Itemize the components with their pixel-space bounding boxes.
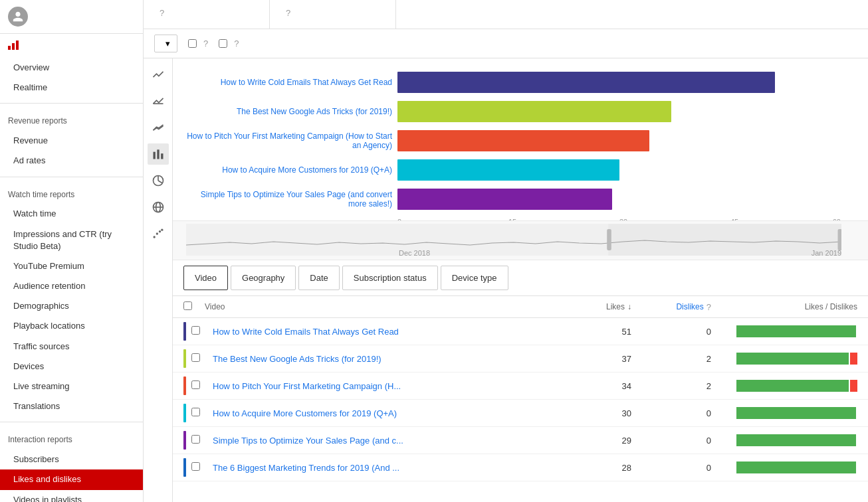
- timeline-label-dec: Dec 2018: [399, 249, 430, 257]
- sidebar-item-watch-time[interactable]: Watch time: [0, 204, 143, 224]
- analytics-bar-icon: [8, 41, 19, 50]
- sidebar-item-translations[interactable]: Translations: [0, 396, 143, 416]
- row-checkbox[interactable]: [191, 435, 200, 444]
- sidebar: Overview Realtime Revenue reports Revenu…: [0, 0, 144, 502]
- ratio-green-bar: [736, 380, 849, 392]
- sidebar-item-audience-retention[interactable]: Audience retention: [0, 276, 143, 296]
- chart-rows-container: How to Write Cold Emails That Always Get…: [186, 72, 841, 210]
- chart-area: How to Write Cold Emails That Always Get…: [144, 58, 868, 502]
- header-dislikes[interactable]: Dislikes ?: [631, 302, 711, 312]
- row-color-bar: [183, 349, 186, 368]
- row-title-link[interactable]: The Best New Google Ads Tricks (for 2019…: [213, 354, 552, 364]
- row-color-bar: [183, 404, 186, 422]
- sidebar-item-devices[interactable]: Devices: [0, 357, 143, 376]
- show-as-pct-help-icon[interactable]: ?: [234, 39, 239, 48]
- row-checkbox[interactable]: [191, 353, 200, 362]
- chart-row: How to Write Cold Emails That Always Get…: [186, 72, 841, 93]
- sidebar-item-traffic-sources[interactable]: Traffic sources: [0, 337, 143, 357]
- show-totals-help-icon[interactable]: ?: [203, 39, 208, 48]
- sidebar-section-watchtime: Watch time reports Watch time Impression…: [0, 180, 143, 420]
- row-check-col: [191, 353, 213, 364]
- row-checkbox[interactable]: [191, 380, 200, 389]
- chart-row-link[interactable]: The Best New Google Ads Tricks (for 2019…: [237, 107, 392, 116]
- timeline-label-jan: Jan 2019: [812, 249, 841, 257]
- toolbar: ▾ ? ?: [144, 29, 868, 58]
- svg-rect-17: [838, 229, 841, 250]
- row-checkbox[interactable]: [191, 462, 200, 471]
- row-ratio-bar: [711, 380, 857, 392]
- tab-video[interactable]: Video: [183, 266, 228, 290]
- row-likes-value: 34: [552, 381, 631, 391]
- tab-subscription-status[interactable]: Subscription status: [342, 266, 438, 290]
- chart-row-link[interactable]: How to Pitch Your First Marketing Campai…: [187, 131, 392, 150]
- row-likes-value: 51: [552, 327, 631, 337]
- area-chart-icon[interactable]: [148, 90, 169, 112]
- bar-chart-icon[interactable]: [148, 143, 169, 165]
- row-check-col: [191, 408, 213, 418]
- channel-header[interactable]: [0, 0, 143, 34]
- globe-icon[interactable]: [148, 197, 169, 218]
- more-metrics-button[interactable]: ▾: [154, 35, 177, 52]
- sidebar-item-ad-rates[interactable]: Ad rates: [0, 151, 143, 171]
- tab-geography[interactable]: Geography: [231, 266, 296, 290]
- chart-row: The Best New Google Ads Tricks (for 2019…: [186, 101, 841, 122]
- tab-date[interactable]: Date: [298, 266, 339, 290]
- sidebar-item-revenue-reports-header: Revenue reports: [0, 109, 143, 131]
- row-checkbox[interactable]: [191, 408, 200, 416]
- tab-device-type[interactable]: Device type: [441, 266, 508, 290]
- sidebar-item-playback-locations[interactable]: Playback locations: [0, 316, 143, 336]
- chart-row-link[interactable]: How to Write Cold Emails That Always Get…: [221, 78, 392, 87]
- sidebar-item-demographics[interactable]: Demographics: [0, 296, 143, 316]
- sidebar-item-realtime[interactable]: Realtime: [0, 78, 143, 98]
- sidebar-item-revenue[interactable]: Revenue: [0, 131, 143, 151]
- scatter-icon[interactable]: [148, 223, 169, 244]
- row-title-link[interactable]: How to Acquire More Customers for 2019 (…: [213, 408, 552, 418]
- sidebar-item-subscribers[interactable]: Subscribers: [0, 450, 143, 469]
- row-title-link[interactable]: Simple Tips to Optimize Your Sales Page …: [213, 436, 552, 446]
- row-color-bar: [183, 458, 186, 477]
- chart-bar: [397, 72, 775, 93]
- table-row: How to Acquire More Customers for 2019 (…: [173, 400, 868, 427]
- ratio-green-bar: [736, 325, 856, 337]
- table-tabs: Video Geography Date Subscription status…: [173, 260, 868, 296]
- chart-row-link[interactable]: Simple Tips to Optimize Your Sales Page …: [201, 190, 392, 209]
- sidebar-item-youtube-premium[interactable]: YouTube Premium: [0, 256, 143, 276]
- stats-bar: ? ?: [144, 0, 868, 29]
- show-as-pct-label[interactable]: ?: [219, 39, 239, 48]
- row-title-link[interactable]: How to Write Cold Emails That Always Get…: [213, 327, 552, 337]
- row-ratio-bar: [711, 325, 857, 337]
- row-dislikes-value: 0: [631, 408, 711, 418]
- dislikes-help-icon[interactable]: ?: [286, 8, 291, 18]
- row-checkbox[interactable]: [191, 326, 200, 335]
- sidebar-item-live-streaming[interactable]: Live streaming: [0, 376, 143, 396]
- likes-stat-block: ?: [144, 0, 270, 29]
- dislikes-header-help-icon[interactable]: ?: [706, 302, 711, 312]
- sidebar-item-impressions-ctr[interactable]: Impressions and CTR (try Studio Beta): [0, 224, 143, 256]
- show-as-pct-checkbox[interactable]: [219, 39, 227, 48]
- chart-bar: [397, 159, 619, 181]
- sidebar-item-watch-time-header: Watch time reports: [0, 183, 143, 205]
- header-ratio: Likes / Dislikes: [711, 302, 857, 311]
- stacked-area-icon[interactable]: [148, 117, 169, 138]
- ratio-green-bar: [736, 407, 856, 419]
- chart-bar-container: [397, 130, 841, 151]
- show-totals-label[interactable]: ?: [188, 39, 208, 48]
- likes-help-icon[interactable]: ?: [160, 8, 165, 18]
- pie-chart-icon[interactable]: [148, 170, 169, 191]
- row-title-link[interactable]: How to Pitch Your First Marketing Campai…: [213, 381, 552, 391]
- row-check-col: [191, 326, 213, 337]
- ratio-red-bar: [850, 353, 857, 365]
- row-check-col: [191, 435, 213, 446]
- header-likes[interactable]: Likes ↓: [552, 302, 631, 311]
- table-row: How to Pitch Your First Marketing Campai…: [173, 373, 868, 400]
- chart-row-label: How to Pitch Your First Marketing Campai…: [186, 131, 392, 150]
- select-all-checkbox[interactable]: [183, 301, 192, 310]
- ratio-green-bar: [736, 461, 856, 473]
- line-chart-icon[interactable]: [148, 64, 169, 85]
- chart-row-link[interactable]: How to Acquire More Customers for 2019 (…: [222, 165, 392, 175]
- sidebar-item-videos-in-playlists[interactable]: Videos in playlists: [0, 490, 143, 502]
- sidebar-item-likes-dislikes[interactable]: Likes and dislikes: [0, 469, 143, 489]
- row-title-link[interactable]: The 6 Biggest Marketing Trends for 2019 …: [213, 463, 552, 473]
- show-totals-checkbox[interactable]: [188, 39, 197, 48]
- sidebar-item-overview[interactable]: Overview: [0, 58, 143, 78]
